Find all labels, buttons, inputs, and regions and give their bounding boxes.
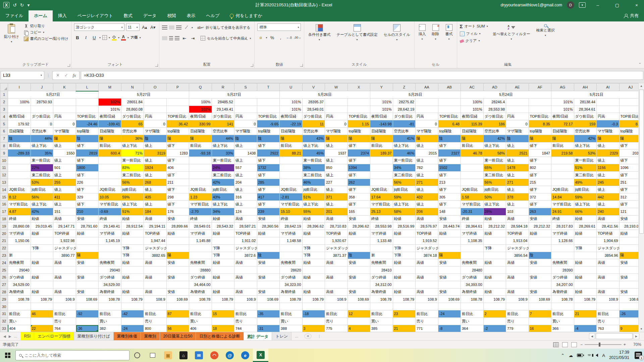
- cell-M23[interactable]: [99, 252, 121, 259]
- cell-Q3[interactable]: 102%: [189, 106, 212, 113]
- font-dialog-launcher-icon[interactable]: [155, 64, 158, 67]
- cell-N13[interactable]: 56%: [121, 179, 144, 186]
- cell-X3[interactable]: [347, 106, 370, 113]
- shrink-font-button[interactable]: A▾: [150, 24, 156, 31]
- cell-O21[interactable]: 1,947.44: [144, 237, 167, 244]
- cell-W23[interactable]: 3871.37: [325, 252, 348, 259]
- cell-U21[interactable]: 1,148.58: [280, 237, 303, 244]
- cell-AE5[interactable]: 0: [506, 120, 529, 128]
- cell-AH18[interactable]: 始値: [574, 215, 597, 223]
- cell-L33[interactable]: -36: [76, 325, 99, 332]
- cell-AA21[interactable]: 1,919.52: [416, 237, 438, 244]
- cell-W5[interactable]: 0: [325, 120, 348, 128]
- cell-S26[interactable]: 高値: [234, 274, 257, 281]
- cell-AH14[interactable]: jq前日比: [574, 186, 597, 193]
- col-header-J[interactable]: J: [31, 83, 53, 91]
- cell-AA25[interactable]: [416, 266, 438, 274]
- cell-V10[interactable]: 東一前日比: [302, 157, 325, 164]
- cell-Q9[interactable]: -93.18: [189, 149, 212, 157]
- cell-AC25[interactable]: 28480: [461, 266, 484, 274]
- cell-AG17[interactable]: 24.91: [551, 208, 574, 215]
- cell-T6[interactable]: top陽陰: [257, 127, 280, 135]
- cell-AC28[interactable]: 為替終値: [461, 288, 484, 296]
- cell-L22[interactable]: [76, 244, 99, 252]
- cell-AH13[interactable]: 49%: [574, 179, 597, 186]
- undo-icon[interactable]: ↺: [13, 2, 17, 8]
- cell-AI10[interactable]: 値上: [597, 157, 620, 164]
- cell-W9[interactable]: 1937: [325, 149, 348, 157]
- cell-M13[interactable]: [99, 179, 121, 186]
- cell-Y32[interactable]: 買い: [370, 317, 393, 325]
- cell-Z23[interactable]: 下降: [393, 252, 416, 259]
- cell-S6[interactable]: マザ陽陰: [234, 127, 257, 135]
- format-painter-button[interactable]: 書式のコピー/貼り付け: [23, 36, 69, 42]
- cell-J22[interactable]: 下降: [31, 244, 53, 252]
- cell-J2[interactable]: 28750.93: [31, 98, 53, 106]
- cell-W28[interactable]: 高値: [325, 288, 348, 296]
- cell-T26[interactable]: 安値: [257, 274, 280, 281]
- cell-P24[interactable]: 安値: [166, 259, 189, 266]
- zoom-out-icon[interactable]: −: [580, 342, 583, 347]
- cell-AF4[interactable]: TOP前日比: [529, 113, 551, 120]
- cell-AC22[interactable]: [461, 244, 484, 252]
- cell-Z16[interactable]: 値上下比: [393, 200, 416, 208]
- cell-S28[interactable]: 高値: [234, 288, 257, 296]
- cell-I22[interactable]: [8, 244, 31, 252]
- row-header-31[interactable]: 31: [0, 310, 8, 317]
- cell-P15[interactable]: 298: [166, 193, 189, 201]
- row-header-33[interactable]: 33: [0, 325, 8, 332]
- formula-input[interactable]: =K33-O33: [81, 71, 643, 80]
- cell-AC3[interactable]: 101%: [461, 106, 484, 113]
- cell-U4[interactable]: 夜間/日経: [280, 113, 303, 120]
- cell-AA8[interactable]: 値上: [416, 142, 438, 149]
- cell-R18[interactable]: 始値: [212, 215, 234, 223]
- cell-P29[interactable]: 108.69: [166, 296, 189, 303]
- volume-icon[interactable]: [596, 354, 598, 357]
- cell-T9[interactable]: 2922: [257, 149, 280, 157]
- cell-M31[interactable]: 前日比: [99, 310, 121, 317]
- cell-AD19[interactable]: 28,212.32: [483, 223, 506, 230]
- cell-L12[interactable]: 値下: [76, 171, 99, 179]
- paste-button[interactable]: 貼り付け▾: [2, 23, 21, 61]
- cell-Z10[interactable]: 東一前日比: [393, 157, 416, 164]
- taskbar-thunderbird[interactable]: ◠: [207, 349, 222, 362]
- cell-AI28[interactable]: 高値: [597, 288, 620, 296]
- cell-O8[interactable]: 値上: [144, 142, 167, 149]
- cell-AG20[interactable]: マザ終値: [551, 230, 574, 237]
- cell-AE30[interactable]: [506, 303, 529, 310]
- wrap-text-button[interactable]: ab↵折り返して全体を表示する: [197, 23, 251, 32]
- cell-S29[interactable]: 108.9: [234, 296, 257, 303]
- cell-AG7[interactable]: 陽: [551, 135, 574, 142]
- taskbar-search-input[interactable]: ここに入力して検索: [15, 350, 129, 360]
- cell-L30[interactable]: [76, 303, 99, 310]
- col-header-O[interactable]: O: [144, 83, 167, 91]
- bold-button[interactable]: B: [74, 34, 81, 41]
- cell-U22[interactable]: [280, 244, 303, 252]
- cell-W17[interactable]: 201: [325, 208, 348, 215]
- cell-AF9[interactable]: 1847: [529, 149, 551, 157]
- cell-Y19[interactable]: 28,553.98: [370, 223, 393, 230]
- wifi-icon[interactable]: [587, 354, 592, 357]
- cell-Z14[interactable]: jq前日比: [393, 186, 416, 193]
- cell-L9[interactable]: 2819: [76, 149, 99, 157]
- cell-AD18[interactable]: 始値: [483, 215, 506, 223]
- cell-AG16[interactable]: マザ前日比: [551, 200, 574, 208]
- cell-AF17[interactable]: 263: [529, 208, 551, 215]
- cell-N4[interactable]: ダウ前日比: [121, 113, 144, 120]
- row-header-13[interactable]: 13: [0, 179, 8, 186]
- cell-T25[interactable]: [257, 266, 280, 274]
- cell-P23[interactable]: 陽: [166, 252, 189, 259]
- cell-J12[interactable]: 東二前日比: [31, 171, 53, 179]
- sheet-tab-業種別株価[interactable]: 業種別株価: [114, 332, 141, 340]
- cell-S5[interactable]: 0: [234, 120, 257, 128]
- col-header-R[interactable]: R: [212, 83, 234, 91]
- cell-N20[interactable]: 始値: [121, 230, 144, 237]
- cell-AD30[interactable]: [483, 303, 506, 310]
- cell-W25[interactable]: [325, 266, 348, 274]
- cell-X19[interactable]: 28,396.62: [347, 223, 370, 230]
- cell-Z17[interactable]: 58%: [393, 208, 416, 215]
- cell-AA28[interactable]: 高値: [416, 288, 438, 296]
- cell-J6[interactable]: 空売比率: [31, 127, 53, 135]
- enter-icon[interactable]: ✓: [64, 73, 68, 78]
- onedrive-cloud-icon[interactable]: ☁: [569, 353, 573, 358]
